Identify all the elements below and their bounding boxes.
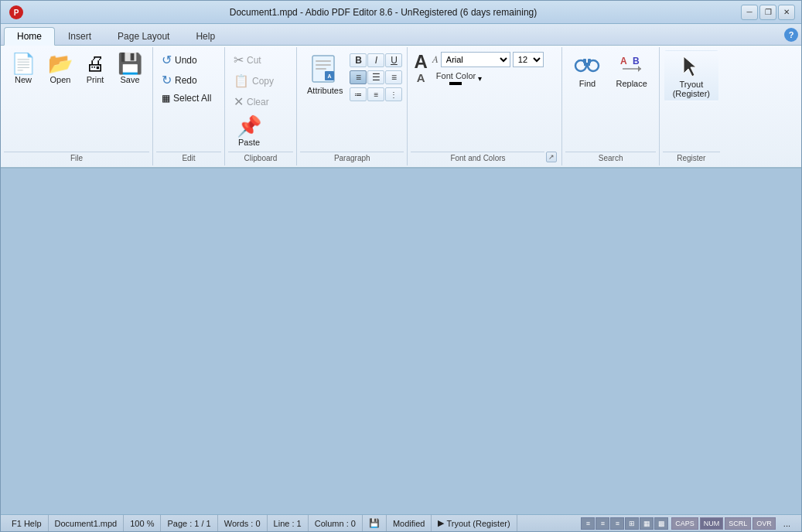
font-color-dropdown-arrow: ▾ [478, 74, 482, 83]
svg-text:A: A [620, 56, 627, 66]
indent-button[interactable]: ⋮ [385, 87, 402, 101]
edit-buttons: ↺ Undo ↻ Redo ▦ Select All [156, 49, 221, 150]
find-button[interactable]: Find [567, 50, 607, 91]
tryout-icon [677, 53, 705, 80]
open-icon: 📂 [48, 53, 73, 73]
text-style-row: B I U [350, 53, 402, 67]
clipboard-buttons: ✂ Cut 📋 Copy ✕ Clear [228, 49, 293, 111]
ribbon-group-register: Tryout(Register) Register [660, 47, 723, 165]
align-right-button[interactable]: ≡ [385, 70, 402, 84]
font-name-select[interactable]: Arial Times New Roman Courier New [441, 52, 510, 67]
font-small-a: A [417, 72, 425, 85]
status-scrl: SCRL [725, 517, 751, 530]
replace-button[interactable]: A B Replace [609, 50, 654, 91]
status-align-center[interactable]: ≡ [596, 517, 609, 530]
status-num: NUM [700, 517, 724, 530]
minimize-button[interactable]: ─ [741, 5, 758, 20]
list-number-button[interactable]: ≡ [367, 87, 384, 101]
font-color-swatch-stack: Font Color [436, 71, 476, 85]
align-center-button[interactable]: ☰ [367, 70, 384, 84]
ribbon-group-edit: ↺ Undo ↻ Redo ▦ Select All Edit [153, 47, 225, 165]
cut-button[interactable]: ✂ Cut [230, 50, 292, 70]
font-style-row: Font Color ▾ [432, 69, 544, 87]
status-modified: Modified [387, 515, 432, 531]
tab-home[interactable]: Home [4, 27, 55, 46]
svg-rect-4 [316, 64, 331, 66]
clipboard-group-label: Clipboard [228, 152, 293, 164]
font-buttons: A A 𝐴 Arial Times New Roman Courier New [411, 49, 558, 150]
font-expand-button[interactable]: ↗ [546, 152, 557, 162]
register-group-label: Register [663, 152, 720, 164]
bold-button[interactable]: B [350, 53, 367, 67]
status-page: Page : 1 / 1 [161, 515, 217, 531]
search-group-label: Search [565, 152, 655, 164]
new-icon: 📄 [11, 53, 36, 73]
editing-area[interactable] [1, 169, 801, 514]
clear-button[interactable]: ✕ Clear [230, 92, 292, 111]
help-icon[interactable]: ? [784, 28, 798, 42]
replace-icon-wrap: A B [619, 53, 645, 79]
status-align-justify[interactable]: ⊞ [625, 517, 639, 530]
font-controls: 𝐴 Arial Times New Roman Courier New 12 8… [432, 52, 544, 87]
file-group-label: File [4, 152, 149, 164]
font-size-select[interactable]: 12 8 10 14 16 18 24 [513, 52, 544, 67]
main-window: P Document1.mpd - Abdio PDF Editor 8.6 -… [0, 0, 802, 532]
close-button[interactable]: ✕ [778, 5, 795, 20]
status-keyboard-indicators: CAPS NUM SCRL OVR ... [671, 517, 797, 530]
tryout-status-icon: ▶ [438, 518, 444, 528]
title-bar: P Document1.mpd - Abdio PDF Editor 8.6 -… [1, 1, 801, 24]
search-buttons: Find A B Replace [565, 49, 655, 150]
restore-button[interactable]: ❐ [759, 5, 776, 20]
svg-rect-5 [316, 68, 326, 70]
select-all-icon: ▦ [162, 93, 170, 104]
ribbon-content: 📄 New 📂 Open 🖨 Print 💾 Save [1, 46, 801, 167]
status-disk-icon: 💾 [363, 515, 387, 531]
paste-button[interactable]: 📌 Paste [231, 113, 267, 150]
status-help[interactable]: F1 Help [5, 515, 49, 531]
select-all-button[interactable]: ▦ Select All [158, 90, 220, 106]
status-view-2[interactable]: ▩ [654, 517, 668, 530]
status-zoom: 100 % [124, 515, 161, 531]
status-align-right[interactable]: ≡ [610, 517, 624, 530]
paste-icon: 📌 [237, 116, 261, 136]
disk-icon: 💾 [369, 518, 380, 528]
font-name-icon: 𝐴 [432, 53, 439, 66]
tab-help[interactable]: Help [183, 27, 228, 45]
tryout-icon-wrap [677, 53, 705, 80]
align-left-button[interactable]: ≡ [350, 70, 367, 84]
svg-text:B: B [633, 56, 640, 66]
svg-marker-17 [684, 56, 696, 77]
copy-button[interactable]: 📋 Copy [230, 71, 292, 90]
tab-page-layout[interactable]: Page Layout [104, 27, 183, 45]
italic-button[interactable]: I [367, 53, 384, 67]
svg-rect-12 [588, 59, 591, 63]
font-name-row: 𝐴 Arial Times New Roman Courier New 12 8… [432, 52, 544, 67]
font-color-button[interactable]: Font Color ▾ [432, 69, 486, 87]
attributes-button[interactable]: A Attributes [302, 50, 348, 98]
ribbon-group-font: A A 𝐴 Arial Times New Roman Courier New [408, 47, 562, 165]
tryout-label: Tryout(Register) [673, 80, 710, 98]
save-button[interactable]: 💾 Save [112, 50, 148, 87]
save-icon: 💾 [118, 53, 142, 73]
undo-button[interactable]: ↺ Undo [158, 50, 220, 70]
list-bullet-button[interactable]: ≔ [350, 87, 367, 101]
underline-button[interactable]: U [385, 53, 402, 67]
status-align-buttons: ≡ ≡ ≡ ⊞ ▦ ▩ [581, 517, 668, 530]
print-icon: 🖨 [85, 53, 105, 73]
status-ovr: OVR [753, 517, 776, 530]
open-button[interactable]: 📂 Open [43, 50, 78, 87]
tryout-button[interactable]: Tryout(Register) [664, 50, 718, 101]
new-button[interactable]: 📄 New [5, 50, 41, 87]
app-icon: P [7, 3, 26, 22]
status-view-1[interactable]: ▦ [640, 517, 654, 530]
alignment-controls: B I U ≡ ☰ ≡ ≔ ≡ [350, 50, 402, 101]
print-button[interactable]: 🖨 Print [80, 50, 111, 87]
status-filename: Document1.mpd [49, 515, 125, 531]
status-tryout[interactable]: ▶ Tryout (Register) [432, 515, 517, 531]
svg-text:A: A [328, 73, 332, 79]
tab-insert[interactable]: Insert [55, 27, 104, 45]
ribbon-group-file: 📄 New 📂 Open 🖨 Print 💾 Save [1, 47, 153, 165]
redo-button[interactable]: ↻ Redo [158, 70, 220, 90]
status-align-left[interactable]: ≡ [581, 517, 595, 530]
font-color-label: Font Color [436, 71, 476, 80]
